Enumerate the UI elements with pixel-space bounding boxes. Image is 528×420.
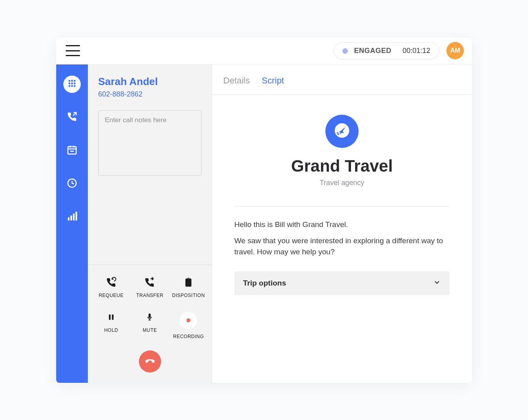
svg-point-8 (74, 85, 76, 87)
status-pill[interactable]: ENGAGED 00:01:12 (333, 42, 439, 59)
transfer-icon (144, 277, 155, 288)
svg-rect-17 (73, 214, 74, 221)
calendar-icon (66, 144, 78, 157)
nav-outbound-call[interactable] (63, 109, 81, 126)
mute-label: MUTE (142, 327, 157, 333)
trip-options-dropdown[interactable]: Trip options (234, 271, 450, 295)
svg-point-7 (71, 85, 73, 87)
menu-button[interactable] (66, 45, 80, 56)
svg-rect-16 (70, 215, 72, 220)
nav-dialpad[interactable] (63, 76, 81, 93)
svg-rect-19 (109, 314, 110, 320)
svg-point-4 (71, 82, 73, 84)
call-timer: 00:01:12 (403, 47, 430, 55)
transfer-label: TRANSFER (136, 293, 163, 298)
tab-details[interactable]: Details (223, 76, 250, 87)
svg-point-5 (74, 82, 76, 84)
nav-history[interactable] (63, 175, 81, 193)
hangup-icon (144, 355, 156, 368)
svg-rect-15 (68, 217, 70, 220)
clock-icon (66, 178, 78, 190)
main-content: Details Script Grand Travel Travel agenc… (212, 64, 472, 383)
nav-stats[interactable] (63, 208, 81, 226)
contact-phone: 602-888-2862 (98, 90, 201, 98)
org-logo (325, 115, 359, 148)
stats-icon (66, 211, 78, 223)
hangup-button[interactable] (139, 350, 161, 373)
avatar[interactable]: AM (446, 42, 464, 59)
hold-button[interactable]: HOLD (92, 312, 131, 339)
script-line: Hello this is Bill with Grand Travel. (234, 219, 450, 230)
svg-point-1 (71, 80, 73, 82)
outbound-call-icon (66, 111, 78, 124)
svg-point-6 (68, 85, 70, 87)
requeue-icon (106, 277, 117, 288)
recording-button[interactable]: RECORDING (169, 312, 208, 339)
call-notes-input[interactable] (98, 110, 201, 176)
dropdown-label: Trip options (243, 279, 286, 288)
requeue-label: REQUEUE (99, 293, 123, 298)
hold-label: HOLD (104, 327, 118, 333)
status-label: ENGAGED (354, 47, 391, 55)
svg-rect-9 (68, 146, 76, 154)
svg-point-0 (68, 80, 70, 82)
mute-icon (144, 312, 155, 323)
dialpad-icon (67, 78, 77, 90)
recording-label: RECORDING (173, 334, 204, 339)
nav-calendar[interactable] (63, 142, 81, 159)
disposition-label: DISPOSITION (172, 293, 205, 298)
svg-rect-20 (112, 314, 113, 320)
script-text: Hello this is Bill with Grand Travel. We… (234, 219, 450, 257)
call-panel: Sarah Andel 602-888-2862 REQUEUE (88, 64, 212, 383)
org-type: Travel agency (234, 179, 450, 187)
hold-icon (106, 312, 117, 323)
tab-script[interactable]: Script (262, 76, 284, 87)
recording-icon (180, 312, 197, 329)
svg-point-2 (74, 80, 76, 82)
mute-button[interactable]: MUTE (131, 312, 169, 339)
disposition-icon (183, 277, 194, 288)
svg-rect-18 (76, 212, 77, 220)
nav-rail (56, 64, 88, 383)
status-dot-icon (342, 48, 348, 54)
divider (234, 206, 450, 206)
chevron-down-icon (433, 278, 441, 288)
disposition-button[interactable]: DISPOSITION (169, 277, 208, 298)
contact-name: Sarah Andel (98, 76, 201, 88)
svg-point-3 (68, 82, 70, 84)
org-name: Grand Travel (234, 157, 450, 176)
requeue-button[interactable]: REQUEUE (92, 277, 131, 298)
transfer-button[interactable]: TRANSFER (131, 277, 169, 298)
script-line: We saw that you were interested in explo… (234, 235, 450, 257)
airplane-icon (333, 122, 351, 141)
